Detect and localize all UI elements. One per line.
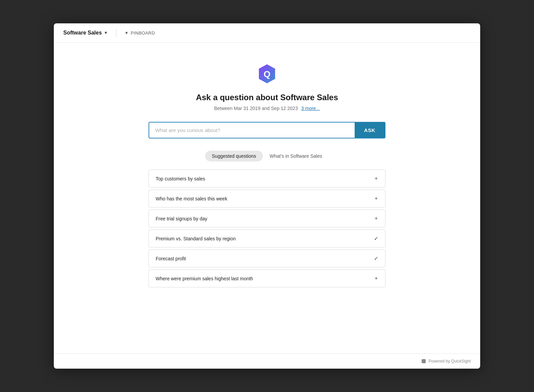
question-item-4[interactable]: Forecast profit ✓	[149, 249, 385, 267]
app-logo: Q	[256, 63, 278, 85]
search-input[interactable]	[149, 123, 355, 138]
sparkle-icon-2: ✦	[374, 215, 378, 222]
brand-dropdown[interactable]: Software Sales ▼	[63, 30, 108, 36]
pin-icon: ✦	[125, 30, 129, 36]
question-text-5: Where were premium sales highest last mo…	[156, 276, 253, 281]
ask-button[interactable]: ASK	[355, 123, 385, 138]
sparkle-icon-5: ✦	[374, 275, 378, 282]
powered-by: Powered by QuickSight	[421, 358, 471, 364]
logo-container: Q	[256, 63, 278, 86]
pinboard-nav[interactable]: ✦ PINBOARD	[125, 30, 155, 36]
search-container: ASK	[149, 122, 385, 138]
question-text-0: Top customers by sales	[156, 176, 205, 181]
brand-name: Software Sales	[63, 30, 102, 36]
more-filters-link[interactable]: 3 more...	[301, 106, 320, 111]
question-text-4: Forecast profit	[156, 256, 186, 261]
check-icon-3: ✓	[374, 235, 378, 242]
tab-whats-in-software-sales[interactable]: What's in Software Sales	[263, 151, 329, 161]
powered-by-text: Powered by QuickSight	[428, 359, 471, 364]
app-window: Software Sales ▼ ✦ PINBOARD Q	[54, 23, 480, 369]
questions-list: Top customers by sales ✦ Who has the mos…	[149, 170, 385, 287]
sparkle-icon-0: ✦	[374, 175, 378, 182]
chevron-down-icon: ▼	[104, 30, 108, 35]
page-subtitle: Between Mar 31 2019 and Sep 12 2023 3 mo…	[214, 106, 320, 111]
footer: Powered by QuickSight	[54, 353, 480, 369]
pinboard-label: PINBOARD	[131, 30, 155, 36]
header-divider	[116, 29, 116, 37]
subtitle-text: Between Mar 31 2019 and Sep 12 2023	[214, 106, 298, 111]
tab-suggested-questions[interactable]: Suggested questions	[205, 151, 263, 161]
question-text-3: Premium vs. Standard sales by region	[156, 236, 236, 241]
page-title: Ask a question about Software Sales	[196, 93, 338, 102]
question-item-2[interactable]: Free trial signups by day ✦	[149, 210, 385, 227]
tabs-container: Suggested questions What's in Software S…	[205, 151, 329, 161]
main-content: Q Ask a question about Software Sales Be…	[54, 43, 480, 353]
svg-rect-2	[422, 359, 426, 363]
header: Software Sales ▼ ✦ PINBOARD	[54, 23, 480, 43]
svg-text:Q: Q	[264, 69, 270, 79]
question-item-5[interactable]: Where were premium sales highest last mo…	[149, 269, 385, 287]
question-item-1[interactable]: Who has the most sales this week ✦	[149, 190, 385, 208]
check-icon-4: ✓	[374, 255, 378, 262]
question-item-0[interactable]: Top customers by sales ✦	[149, 170, 385, 188]
quicksight-footer-icon	[421, 358, 426, 364]
question-text-1: Who has the most sales this week	[156, 196, 227, 201]
sparkle-icon-1: ✦	[374, 195, 378, 202]
question-item-3[interactable]: Premium vs. Standard sales by region ✓	[149, 230, 385, 247]
question-text-2: Free trial signups by day	[156, 216, 207, 221]
